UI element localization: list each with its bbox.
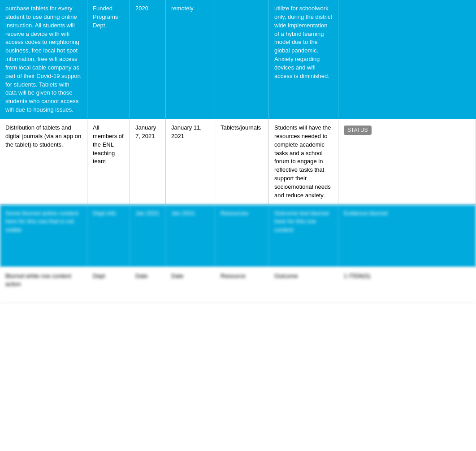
outcome-cell-1: utilize for schoolwork only, during the … bbox=[269, 0, 338, 119]
action-cell-3: Some blurred action content here for thi… bbox=[0, 205, 87, 267]
resource-cell-4: Resource bbox=[215, 268, 269, 303]
start-cell-2: January 7, 2021 bbox=[130, 119, 166, 204]
evidence-cell-4: 1 ITEM(S) bbox=[338, 268, 476, 303]
dept-cell-4: Dept bbox=[87, 268, 130, 303]
end-cell-2: January 11, 2021 bbox=[166, 119, 215, 204]
outcome-cell-3: Outcome text blurred here for this row c… bbox=[269, 205, 338, 267]
start-cell-3: Jan 2021 bbox=[130, 205, 166, 267]
row-4-blurred: Blurred white row content action Dept Da… bbox=[0, 268, 476, 304]
row-3-blurred: Some blurred action content here for thi… bbox=[0, 205, 476, 268]
end-cell-3: Jan 2021 bbox=[166, 205, 215, 267]
evidence-cell-1 bbox=[338, 0, 476, 119]
end-cell-1: remotely bbox=[166, 0, 215, 119]
row-2: Distribution of tablets and digital jour… bbox=[0, 119, 476, 205]
dept-cell-3: Dept info bbox=[87, 205, 130, 267]
start-cell-4: Date bbox=[130, 268, 166, 303]
row-1: purchase tablets for every student to us… bbox=[0, 0, 476, 119]
start-cell-1: 2020 bbox=[130, 0, 166, 119]
resource-cell-3: Resources bbox=[215, 205, 269, 267]
evidence-cell-2: STATUS bbox=[338, 119, 476, 204]
dept-cell-1: Funded Programs Dept. bbox=[87, 0, 130, 119]
outcome-cell-4: Outcome bbox=[269, 268, 338, 303]
evidence-cell-3: Evidence blurred bbox=[338, 205, 476, 267]
action-cell-4: Blurred white row content action bbox=[0, 268, 87, 303]
outcome-cell-2: Students will have the resources needed … bbox=[269, 119, 338, 204]
resource-cell-1 bbox=[215, 0, 269, 119]
resource-cell-2: Tablets/journals bbox=[215, 119, 269, 204]
end-cell-4: Date bbox=[166, 268, 215, 303]
action-cell-1: purchase tablets for every student to us… bbox=[0, 0, 87, 119]
dept-cell-2: All members of the ENL teaching team bbox=[87, 119, 130, 204]
status-badge: STATUS bbox=[344, 126, 372, 135]
action-cell-2: Distribution of tablets and digital jour… bbox=[0, 119, 87, 204]
